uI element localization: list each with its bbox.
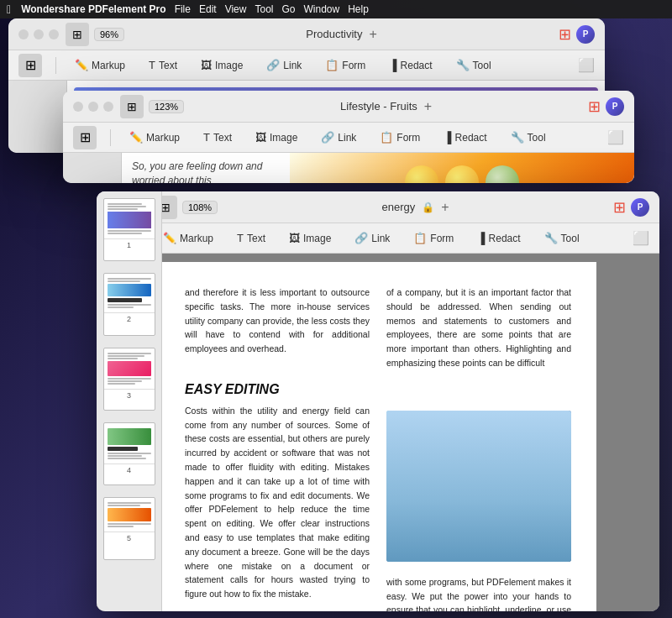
layout-icon-productivity[interactable]: ⬜ (578, 57, 595, 73)
add-tab-productivity[interactable]: + (369, 27, 376, 42)
energy-sidebar: 1 2 (97, 191, 162, 611)
layout-icon-lifestyle[interactable]: ⬜ (607, 129, 624, 145)
markup-icon-en: ✏️ (163, 232, 176, 244)
thumb-page-3[interactable]: 3 (103, 348, 155, 411)
thumb-3-content (104, 348, 155, 389)
menu-file[interactable]: File (175, 3, 191, 15)
thumb-3-label: 3 (104, 389, 155, 401)
text-btn-productivity[interactable]: T Text (144, 56, 182, 74)
grid-icon-lifestyle[interactable]: ⊞ (588, 97, 601, 116)
lifestyle-main: So, you are feeling down and worried abo… (122, 153, 634, 183)
image-btn-lifestyle[interactable]: 🖼 Image (250, 128, 302, 146)
pages-icon[interactable]: ⊞ (66, 23, 89, 46)
lime-fruit (486, 165, 519, 183)
form-btn-energy[interactable]: 📋 Form (408, 229, 459, 247)
maximize-button[interactable] (49, 29, 59, 39)
menu-edit[interactable]: Edit (199, 3, 217, 15)
menu-view[interactable]: View (225, 3, 247, 15)
thumb-5-content (104, 498, 155, 532)
text-btn-energy[interactable]: T Text (232, 229, 270, 247)
link-icon-en: 🔗 (354, 232, 368, 244)
thumb-1-content (104, 199, 155, 238)
minimize-button[interactable] (34, 29, 44, 39)
redact-icon: ▐ (389, 59, 396, 71)
zoom-level-productivity[interactable]: 96% (94, 28, 124, 41)
window-lifestyle: ⊞ 123% Lifestyle - Fruits + ⊞ P ⊞ ✏️ Mar… (63, 91, 634, 183)
intro-left-col: and therefore it is less important to ou… (185, 285, 370, 370)
markup-btn-productivity[interactable]: ✏️ Markup (70, 56, 130, 74)
tool-icon-ls: 🔧 (511, 131, 524, 144)
intro-right-text: of a company, but it is an important fac… (386, 285, 571, 370)
thumb-1-label: 1 (104, 238, 155, 251)
intro-left-text: and therefore it is less important to ou… (185, 285, 370, 356)
link-btn-lifestyle[interactable]: 🔗 Link (316, 128, 361, 146)
redact-btn-energy[interactable]: ▐ Redact (472, 229, 525, 247)
titlebar-energy: ⊞ 108% energy 🔒 + ⊞ P (97, 191, 659, 223)
titlebar-controls-energy: ⊞ 108% (154, 196, 218, 219)
mountain-image (386, 411, 571, 562)
add-tab-lifestyle[interactable]: + (424, 99, 432, 114)
thumb-page-1[interactable]: 1 (103, 198, 155, 261)
link-btn-productivity[interactable]: 🔗 Link (261, 56, 307, 74)
redact-icon-en: ▐ (477, 232, 485, 244)
thumb-2-label: 2 (104, 312, 155, 325)
sep1-ls (110, 129, 111, 146)
thumbnail-toggle-lifestyle[interactable]: ⊞ (73, 126, 97, 149)
traffic-lights-productivity (18, 29, 59, 39)
thumb-page-2[interactable]: 2 (103, 273, 155, 336)
energy-document-area[interactable]: and therefore it is less important to ou… (97, 254, 659, 611)
link-btn-energy[interactable]: 🔗 Link (349, 229, 395, 247)
editing-body-text: Costs within the utility and energy fiel… (185, 404, 370, 601)
titlebar-productivity: ⊞ 96% Productivity + ⊞ P (8, 18, 605, 50)
maximize-lifestyle[interactable] (103, 102, 113, 112)
avatar-energy: P (631, 198, 649, 217)
apple-menu[interactable]:  (7, 3, 11, 16)
image-icon-en: 🖼 (289, 232, 300, 244)
image-btn-energy[interactable]: 🖼 Image (284, 229, 336, 247)
tool-btn-lifestyle[interactable]: 🔧 Tool (506, 128, 551, 146)
markup-btn-lifestyle[interactable]: ✏️ Markup (124, 128, 185, 146)
menu-go[interactable]: Go (281, 3, 295, 15)
thumb-page-5[interactable]: 5 (103, 497, 155, 560)
thumb-page-4[interactable]: 4 (103, 422, 155, 485)
zoom-energy[interactable]: 108% (182, 201, 218, 214)
grid-icon-productivity[interactable]: ⊞ (559, 25, 571, 44)
tool-btn-productivity[interactable]: 🔧 Tool (451, 56, 496, 74)
text-btn-lifestyle[interactable]: T Text (198, 128, 237, 146)
form-btn-productivity[interactable]: 📋 Form (320, 56, 370, 74)
thumb-2-content (104, 274, 155, 312)
tool-icon: 🔧 (456, 59, 470, 71)
menu-tool[interactable]: Tool (255, 3, 273, 15)
energy-page: and therefore it is less important to ou… (160, 262, 596, 611)
menu-app-name[interactable]: Wondershare PDFelement Pro (21, 3, 166, 15)
toolbar-productivity: ⊞ ✏️ Markup T Text 🖼 Image 🔗 Link 📋 Form (8, 50, 605, 81)
pages-icon-lifestyle[interactable]: ⊞ (120, 95, 144, 118)
close-lifestyle[interactable] (73, 102, 83, 112)
close-button[interactable] (18, 29, 29, 39)
redact-btn-productivity[interactable]: ▐ Redact (384, 56, 437, 74)
add-tab-energy[interactable]: + (441, 200, 449, 215)
tool-btn-energy[interactable]: 🔧 Tool (539, 229, 585, 247)
editing-text-col: Costs within the utility and energy fiel… (185, 404, 370, 611)
sky-background (386, 411, 571, 562)
menu-help[interactable]: Help (348, 3, 369, 15)
menu-window[interactable]: Window (303, 3, 339, 15)
markup-icon: ✏️ (75, 59, 88, 71)
markup-btn-energy[interactable]: ✏️ Markup (158, 229, 218, 247)
link-icon-ls: 🔗 (321, 131, 334, 144)
sep1 (55, 57, 56, 74)
lifestyle-content: So, you are feeling down and worried abo… (63, 153, 634, 183)
grid-icon-energy[interactable]: ⊞ (613, 198, 626, 217)
image-btn-productivity[interactable]: 🖼 Image (196, 56, 248, 74)
form-btn-lifestyle[interactable]: 📋 Form (375, 128, 425, 146)
image-icon: 🖼 (201, 59, 212, 71)
energy-body: 1 2 (97, 254, 659, 611)
thumb-4-label: 4 (104, 464, 155, 476)
thumb-5-label: 5 (104, 532, 155, 544)
menubar:  Wondershare PDFelement Pro File Edit V… (0, 0, 672, 18)
minimize-lifestyle[interactable] (88, 102, 98, 112)
redact-btn-lifestyle[interactable]: ▐ Redact (438, 128, 491, 146)
thumbnail-toggle-productivity[interactable]: ⊞ (18, 54, 42, 77)
layout-icon-energy[interactable]: ⬜ (633, 230, 649, 246)
zoom-lifestyle[interactable]: 123% (149, 100, 184, 113)
